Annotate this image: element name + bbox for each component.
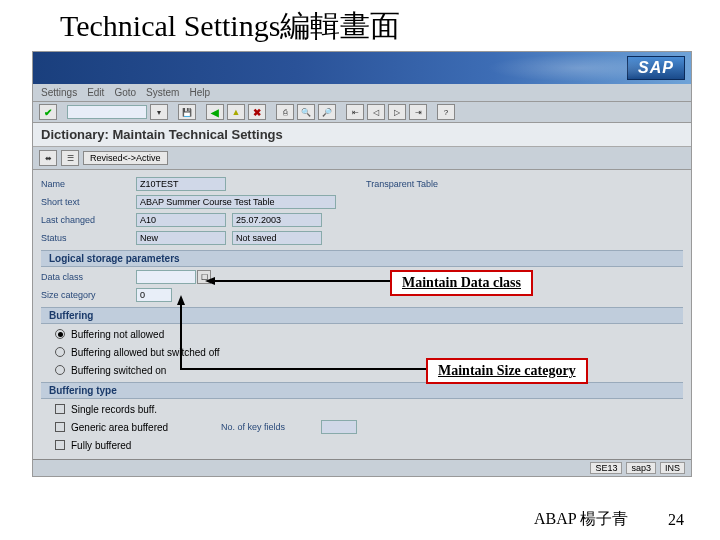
menu-settings[interactable]: Settings [41,87,77,98]
back-icon[interactable]: ◀ [206,104,224,120]
sap-window: SAP Settings Edit Goto System Help ✔ ▾ 💾… [32,51,692,477]
menu-bar: Settings Edit Goto System Help [33,84,691,102]
find-next-icon[interactable]: 🔎 [318,104,336,120]
changed-on-field: 25.07.2003 [232,213,322,227]
insert-mode-cell: INS [660,462,685,474]
arrow-head-size-cat [177,295,185,305]
name-field: Z10TEST [136,177,226,191]
callout-size-cat: Maintain Size category [426,358,588,384]
last-page-icon[interactable]: ⇥ [409,104,427,120]
nav-back-icon[interactable]: ⬌ [39,150,57,166]
find-icon[interactable]: 🔍 [297,104,315,120]
buffering-opt3-label: Buffering switched on [71,365,166,376]
prev-page-icon[interactable]: ◁ [367,104,385,120]
size-category-input[interactable]: 0 [136,288,172,302]
print-icon[interactable]: ⎙ [276,104,294,120]
key-fields-input [321,420,357,434]
system-cell: sap3 [626,462,656,474]
app-toolbar: ⬌ ☰ Revised<->Active [33,147,691,170]
short-text-field: ABAP Summer Course Test Table [136,195,336,209]
buffering-type-group-title: Buffering type [41,382,683,399]
slide-footer: ABAP 楊子青 24 [534,509,684,530]
cancel-icon[interactable]: ✖ [248,104,266,120]
help-icon[interactable]: ? [437,104,455,120]
buftype-opt2-label: Generic area buffered [71,422,221,433]
menu-goto[interactable]: Goto [114,87,136,98]
arrow-size-cat-v [180,302,182,368]
status-field: New [136,231,226,245]
save-icon[interactable]: 💾 [178,104,196,120]
buffering-opt1-label: Buffering not allowed [71,329,164,340]
dropdown-icon[interactable]: ▾ [150,104,168,120]
changed-by-field: A10 [136,213,226,227]
arrow-data-class [215,280,390,282]
buffering-on-radio[interactable] [55,365,65,375]
arrow-head-data-class [205,277,215,285]
exit-icon[interactable]: ▲ [227,104,245,120]
status-label: Status [41,233,136,243]
next-page-icon[interactable]: ▷ [388,104,406,120]
standard-toolbar: ✔ ▾ 💾 ◀ ▲ ✖ ⎙ 🔍 🔎 ⇤ ◁ ▷ ⇥ ? [33,102,691,123]
last-changed-label: Last changed [41,215,136,225]
menu-edit[interactable]: Edit [87,87,104,98]
single-records-checkbox[interactable] [55,404,65,414]
first-page-icon[interactable]: ⇤ [346,104,364,120]
table-type-label: Transparent Table [366,179,438,189]
command-field[interactable] [67,105,147,119]
fully-buffered-checkbox[interactable] [55,440,65,450]
buffering-group-title: Buffering [41,307,683,324]
other-object-icon[interactable]: ☰ [61,150,79,166]
data-class-label: Data class [41,272,136,282]
content-area: Name Z10TEST Transparent Table Short tex… [33,170,691,459]
arrow-size-cat-h [180,368,426,370]
buffering-allowed-off-radio[interactable] [55,347,65,357]
menu-system[interactable]: System [146,87,179,98]
author-text: ABAP 楊子青 [534,509,628,530]
storage-group-title: Logical storage parameters [41,250,683,267]
status-bar: SE13 sap3 INS [33,459,691,476]
callout-data-class: Maintain Data class [390,270,533,296]
slide-title: Technical Settings編輯畫面 [0,0,720,51]
revised-active-button[interactable]: Revised<->Active [83,151,168,165]
buftype-opt3-label: Fully buffered [71,440,131,451]
saved-field: Not saved [232,231,322,245]
menu-help[interactable]: Help [189,87,210,98]
name-label: Name [41,179,136,189]
size-category-label: Size category [41,290,136,300]
sap-titlebar: SAP [33,52,691,84]
data-class-input[interactable] [136,270,196,284]
screen-title: Dictionary: Maintain Technical Settings [33,123,691,147]
tcode-cell: SE13 [590,462,622,474]
enter-icon[interactable]: ✔ [39,104,57,120]
buffering-not-allowed-radio[interactable] [55,329,65,339]
buftype-opt1-label: Single records buff. [71,404,157,415]
key-fields-label: No. of key fields [221,422,321,432]
sap-logo: SAP [627,56,685,80]
buffering-opt2-label: Buffering allowed but switched off [71,347,220,358]
generic-area-checkbox[interactable] [55,422,65,432]
short-text-label: Short text [41,197,136,207]
page-number: 24 [668,511,684,529]
